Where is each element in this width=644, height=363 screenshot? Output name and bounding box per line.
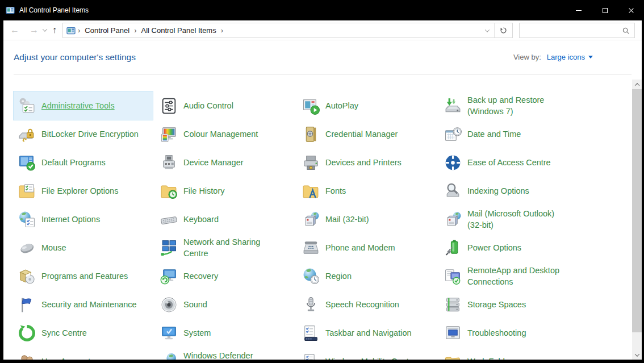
control-panel-item[interactable]: Sync Centre xyxy=(14,319,153,347)
network-icon xyxy=(160,239,178,257)
control-panel-item[interactable]: Audio Control xyxy=(156,91,295,120)
control-panel-item-label: User Accounts xyxy=(41,356,95,360)
control-panel-item[interactable]: AutoPlay xyxy=(298,91,437,120)
control-panel-item[interactable]: Power Options xyxy=(440,233,579,262)
control-panel-item[interactable]: Colour Management xyxy=(156,120,295,148)
control-panel-item-label: Credential Manager xyxy=(325,128,398,140)
control-panel-item[interactable]: Security and Maintenance xyxy=(14,290,153,319)
content-area: Administrative Tools Audio Control AutoP… xyxy=(3,80,632,360)
mail-icon xyxy=(444,210,462,229)
view-by-value[interactable]: Large icons xyxy=(547,53,585,61)
control-panel-item[interactable]: Credential Manager xyxy=(298,120,437,148)
search-box xyxy=(519,23,635,38)
scrollbar-thumb[interactable] xyxy=(632,89,642,332)
control-panel-item-label: Region xyxy=(325,270,352,282)
control-panel-item-label: Date and Time xyxy=(467,128,521,140)
control-panel-item[interactable]: Network and Sharing Centre xyxy=(156,233,295,262)
minimize-button[interactable] xyxy=(566,0,592,20)
power-icon xyxy=(444,239,462,257)
control-panel-item[interactable]: Work Folders xyxy=(440,347,579,360)
control-panel-item[interactable]: Taskbar and Navigation xyxy=(298,319,437,347)
user-accounts-icon xyxy=(18,352,36,360)
control-panel-item-label: File History xyxy=(183,185,225,197)
location-icon xyxy=(66,26,76,35)
control-panel-item[interactable]: User Accounts xyxy=(14,347,153,360)
items-grid: Administrative Tools Audio Control AutoP… xyxy=(3,80,632,360)
control-panel-item[interactable]: Sound xyxy=(156,290,295,319)
breadcrumb-item[interactable]: All Control Panel Items xyxy=(139,26,218,35)
breadcrumb-separator-icon[interactable] xyxy=(76,26,82,35)
control-panel-item[interactable]: Speech Recognition xyxy=(298,290,437,319)
control-panel-item[interactable]: File History xyxy=(156,177,295,205)
control-panel-item[interactable]: Back up and Restore (Windows 7) xyxy=(440,91,579,120)
refresh-button[interactable] xyxy=(494,23,512,37)
control-panel-item[interactable]: Device Manager xyxy=(156,148,295,177)
breadcrumb-separator-icon[interactable] xyxy=(219,26,225,35)
control-panel-item[interactable]: BitLocker Drive Encryption xyxy=(14,120,153,148)
address-dropdown-button[interactable] xyxy=(480,23,494,37)
control-panel-item[interactable]: Devices and Printers xyxy=(298,148,437,177)
control-panel-item[interactable]: Windows Defender xyxy=(156,347,295,360)
control-panel-item-label: Security and Maintenance xyxy=(41,299,137,310)
control-panel-item-label: Work Folders xyxy=(467,356,516,360)
control-panel-item[interactable]: Default Programs xyxy=(14,148,153,177)
security-icon xyxy=(18,295,36,314)
control-panel-item[interactable]: Fonts xyxy=(298,177,437,205)
close-button[interactable] xyxy=(618,0,644,20)
control-panel-item[interactable]: Internet Options xyxy=(14,205,153,233)
control-panel-item[interactable]: Mail (32-bit) xyxy=(298,205,437,233)
sync-icon xyxy=(18,324,36,343)
control-panel-item[interactable]: Administrative Tools xyxy=(14,91,153,120)
autoplay-icon xyxy=(302,97,320,115)
control-panel-item-label: Network and Sharing Centre xyxy=(183,236,260,259)
taskbar-icon xyxy=(302,324,320,343)
address-bar[interactable]: Control PanelAll Control Panel Items xyxy=(62,23,513,38)
control-panel-item[interactable]: Troubleshooting xyxy=(440,319,579,347)
control-panel-item-label: Back up and Restore (Windows 7) xyxy=(467,94,544,117)
control-panel-item[interactable]: Indexing Options xyxy=(440,177,579,205)
history-dropdown-icon[interactable] xyxy=(43,27,47,31)
breadcrumb: Control PanelAll Control Panel Items xyxy=(82,26,480,35)
control-panel-item[interactable]: System xyxy=(156,319,295,347)
control-panel-item[interactable]: Ease of Access Centre xyxy=(440,148,579,177)
forward-button[interactable]: → xyxy=(26,26,42,35)
control-panel-item[interactable]: Region xyxy=(298,262,437,290)
control-panel-item[interactable]: Date and Time xyxy=(440,120,579,148)
back-button[interactable]: ← xyxy=(7,26,23,35)
vertical-scrollbar[interactable] xyxy=(632,80,642,360)
window-body: ← → ↑ Control PanelAll Control Panel Ite… xyxy=(3,20,642,360)
header-separator xyxy=(14,74,632,75)
storage-icon xyxy=(444,295,462,314)
control-panel-item[interactable]: Mouse xyxy=(14,233,153,262)
close-icon xyxy=(628,7,634,14)
control-panel-item-label: Troubleshooting xyxy=(467,327,526,339)
scroll-down-button[interactable] xyxy=(632,350,642,360)
breadcrumb-separator-icon[interactable] xyxy=(132,26,139,35)
defender-icon xyxy=(160,352,178,360)
control-panel-item[interactable]: Recovery xyxy=(156,262,295,290)
search-icon[interactable] xyxy=(622,27,630,35)
up-button[interactable]: ↑ xyxy=(49,26,60,35)
control-panel-item-label: Windows Defender xyxy=(183,350,253,360)
control-panel-item[interactable]: Windows Mobility Centre xyxy=(298,347,437,360)
control-panel-item[interactable]: Storage Spaces xyxy=(440,290,579,319)
search-input[interactable] xyxy=(520,23,622,37)
chevron-up-icon xyxy=(634,83,639,87)
control-panel-item-label: Recovery xyxy=(183,270,218,282)
control-panel-item-label: Administrative Tools xyxy=(41,100,115,111)
control-panel-item[interactable]: Phone and Modem xyxy=(298,233,437,262)
breadcrumb-item[interactable]: Control Panel xyxy=(82,26,132,35)
scroll-up-button[interactable] xyxy=(632,80,642,89)
control-panel-item-label: Sync Centre xyxy=(41,327,87,339)
date-time-icon xyxy=(444,125,462,144)
control-panel-item[interactable]: Mail (Microsoft Outlook) (32-bit) xyxy=(440,205,579,233)
maximize-button[interactable] xyxy=(592,0,618,20)
device-manager-icon xyxy=(160,153,178,172)
control-panel-item[interactable]: Programs and Features xyxy=(14,262,153,290)
control-panel-item[interactable]: RemoteApp and Desktop Connections xyxy=(440,262,579,290)
mobility-icon xyxy=(302,352,320,360)
view-by-caret-icon[interactable] xyxy=(588,56,593,59)
fonts-icon xyxy=(302,182,320,201)
control-panel-item[interactable]: File Explorer Options xyxy=(14,177,153,205)
control-panel-item[interactable]: Keyboard xyxy=(156,205,295,233)
